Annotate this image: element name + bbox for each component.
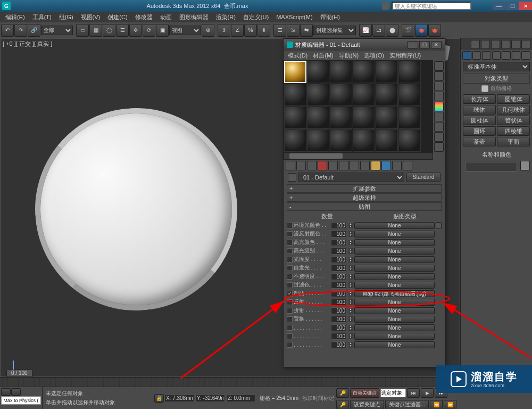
sample-type-icon[interactable] xyxy=(434,61,444,71)
menu-render[interactable]: 渲染(R) xyxy=(213,13,239,22)
goto-start-button[interactable]: ⏪ xyxy=(430,400,443,409)
material-name-dropdown[interactable]: 01 - Default xyxy=(298,173,404,182)
map-slot-button-2[interactable]: None xyxy=(354,239,435,246)
menu-group[interactable]: 组(G) xyxy=(56,13,77,22)
map-checkbox-14[interactable] xyxy=(287,342,293,348)
render-setup[interactable]: 🎬 xyxy=(402,24,414,37)
material-slot-8[interactable] xyxy=(330,84,352,106)
material-slot-17[interactable] xyxy=(398,107,421,129)
map-slot-button-6[interactable]: None xyxy=(354,273,435,280)
play-button[interactable]: ▶ xyxy=(421,388,434,398)
map-spinner-4[interactable]: ▲▼ xyxy=(348,256,353,263)
mat-menu-mode[interactable]: 模式(D) xyxy=(286,52,310,60)
map-spinner-6[interactable]: ▲▼ xyxy=(348,273,353,280)
map-checkbox-3[interactable] xyxy=(287,248,293,254)
link-button[interactable]: 🔗 xyxy=(28,24,40,37)
selection-filter[interactable]: 全部 xyxy=(41,26,73,35)
key-filters-button[interactable]: 关键点过滤器... xyxy=(385,400,429,409)
map-slot-button-7[interactable]: None xyxy=(354,282,435,289)
map-amount-5[interactable]: 100 xyxy=(331,265,347,272)
material-type-button[interactable]: Standard xyxy=(406,173,440,182)
mat-menu-material[interactable]: 材质(M) xyxy=(311,52,336,60)
material-editor-titlebar[interactable]: 材质编辑器 - 01 - Default — ☐ ✕ xyxy=(284,39,445,51)
show-end-result-icon[interactable] xyxy=(381,161,391,170)
material-slot-18[interactable] xyxy=(284,129,306,152)
menu-edit[interactable]: 编辑(E) xyxy=(2,13,28,22)
undo-button[interactable]: ↶ xyxy=(1,24,14,37)
pivot-button[interactable]: ⊕ xyxy=(202,24,214,37)
ref-coord-dropdown[interactable]: 视图 xyxy=(169,26,201,35)
primitive-1-1[interactable]: 几何球体 xyxy=(497,105,530,114)
material-slot-2[interactable] xyxy=(330,61,352,83)
map-spinner-2[interactable]: ▲▼ xyxy=(348,239,353,246)
object-color-swatch[interactable] xyxy=(520,161,530,170)
spacewarps-icon[interactable] xyxy=(512,51,521,60)
align-button[interactable]: ⇲ xyxy=(287,24,300,37)
map-slot-button-4[interactable]: None xyxy=(354,256,435,263)
assign-to-selection-icon[interactable] xyxy=(307,161,317,170)
y-coord-input[interactable] xyxy=(195,395,225,402)
map-amount-11[interactable]: 100 xyxy=(331,316,347,323)
snap-toggle[interactable]: 3 xyxy=(218,24,230,37)
timeline[interactable]: 0 / 100 xyxy=(0,377,460,387)
x-coord-input[interactable] xyxy=(164,395,194,402)
map-spinner-1[interactable]: ▲▼ xyxy=(348,231,353,238)
prev-frame-button[interactable]: ⏮ xyxy=(407,388,420,398)
material-slot-12[interactable] xyxy=(284,107,306,129)
mat-maximize[interactable]: ☐ xyxy=(419,41,430,48)
map-spinner-10[interactable]: ▲▼ xyxy=(348,307,353,314)
map-checkbox-7[interactable] xyxy=(287,282,293,288)
material-slot-11[interactable] xyxy=(398,84,421,106)
map-slot-button-8[interactable]: Map #2 (路飞黑白贴图.jpg) xyxy=(354,290,435,297)
map-checkbox-11[interactable] xyxy=(287,316,293,322)
make-copy-icon[interactable] xyxy=(328,161,338,170)
go-to-parent-icon[interactable] xyxy=(392,161,402,170)
mat-menu-options[interactable]: 选项(O) xyxy=(362,52,386,60)
map-amount-3[interactable]: 100 xyxy=(331,248,347,255)
map-amount-4[interactable]: 100 xyxy=(331,256,347,263)
menu-help[interactable]: 帮助(H) xyxy=(317,13,343,22)
menu-tools[interactable]: 工具(T) xyxy=(29,13,55,22)
map-amount-10[interactable]: 100 xyxy=(331,307,347,314)
mat-minimize[interactable]: — xyxy=(408,41,418,48)
map-slot-button-14[interactable]: None xyxy=(354,341,435,348)
add-time-tag[interactable]: 添加时间标记 xyxy=(302,395,334,402)
teapot-icon[interactable]: 🫖 xyxy=(428,24,441,37)
map-amount-13[interactable]: 100 xyxy=(331,333,347,340)
set-key-button[interactable]: 设置关键点 xyxy=(350,400,384,409)
material-map-nav-icon[interactable] xyxy=(434,142,444,152)
mat-menu-nav[interactable]: 导航(N) xyxy=(337,52,361,60)
material-slot-3[interactable] xyxy=(353,61,375,83)
menu-maxscript[interactable]: MAXScript(M) xyxy=(273,13,315,21)
go-forward-icon[interactable] xyxy=(403,161,412,170)
map-spinner-7[interactable]: ▲▼ xyxy=(348,282,353,289)
map-amount-0[interactable]: 100 xyxy=(331,222,347,229)
maximize-button[interactable]: ☐ xyxy=(506,2,519,10)
map-spinner-0[interactable]: ▲▼ xyxy=(348,222,353,229)
select-lasso-icon[interactable]: ◯ xyxy=(103,24,115,37)
material-slot-0[interactable] xyxy=(284,61,306,83)
map-amount-6[interactable]: 100 xyxy=(331,273,347,280)
primitives-dropdown[interactable]: 标准基本体 xyxy=(463,62,530,71)
help-search-input[interactable] xyxy=(392,2,471,10)
maxscript-listener-input[interactable]: Max to Physics ( xyxy=(1,396,41,405)
cameras-icon[interactable] xyxy=(492,51,501,60)
name-color-rollout[interactable]: 名称和颜色 xyxy=(461,151,532,159)
map-slot-button-12[interactable]: None xyxy=(354,324,435,331)
map-amount-8[interactable]: 100 xyxy=(331,290,347,297)
rollout-supersampling[interactable]: +超级采样 xyxy=(287,193,442,202)
primitive-0-0[interactable]: 长方体 xyxy=(463,94,496,104)
systems-icon[interactable] xyxy=(521,51,530,60)
angle-snap[interactable]: ∠ xyxy=(231,24,244,37)
rotate-button[interactable]: ⟳ xyxy=(143,24,155,37)
make-unique-icon[interactable] xyxy=(339,161,348,170)
get-material-icon[interactable] xyxy=(286,161,295,170)
primitive-4-1[interactable]: 平面 xyxy=(497,137,530,146)
menu-customize[interactable]: 自定义(U) xyxy=(240,13,272,22)
primitive-3-0[interactable]: 圆环 xyxy=(463,126,496,136)
primitive-1-0[interactable]: 球体 xyxy=(463,105,496,114)
make-preview-icon[interactable] xyxy=(434,112,444,121)
map-checkbox-8[interactable] xyxy=(287,291,293,297)
material-slot-5[interactable] xyxy=(398,61,421,83)
tab-display[interactable] xyxy=(511,40,520,49)
